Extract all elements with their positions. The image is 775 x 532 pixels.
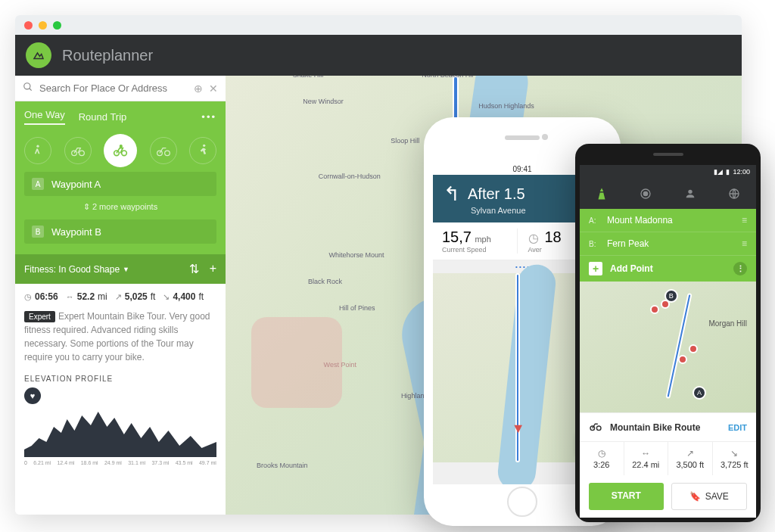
waypoint-b-label: Waypoint B — [51, 226, 101, 238]
svg-point-4 — [79, 151, 84, 156]
rstat-ascent: ↗3,500 ft — [668, 442, 713, 475]
current-speed: 15,7 mph Current Speed — [442, 229, 517, 254]
map-label: Black Rock — [308, 278, 342, 285]
map-label: Brooks Mountain — [257, 462, 308, 469]
descent-icon: ↘ — [716, 448, 754, 459]
tab-round-trip[interactable]: Round Trip — [79, 111, 127, 123]
drag-handle-icon[interactable]: ≡ — [742, 238, 747, 249]
map-label: North Beacon Hil — [422, 76, 473, 79]
svg-point-6 — [122, 151, 127, 156]
distance-icon: ↔ — [627, 448, 665, 459]
point-b-row[interactable]: B: Fern Peak ≡ — [580, 232, 756, 256]
activity-row — [24, 134, 216, 167]
tab-globe-icon[interactable] — [727, 186, 742, 201]
marker-a[interactable]: A — [693, 386, 706, 400]
stat-duration: ◷06:56 — [24, 291, 58, 302]
expert-description: ExpertExpert Mountain Bike Tour. Very go… — [24, 310, 216, 364]
rstat-descent: ↘3,725 ft — [713, 442, 757, 475]
rstat-duration: ◷3:26 — [580, 442, 624, 475]
route-stats: ◷3:26 ↔22.4 mi ↗3,500 ft ↘3,725 ft — [580, 441, 756, 475]
clock-icon: ◷ — [24, 292, 32, 302]
ascent-icon: ↗ — [115, 292, 122, 302]
waypoint-b-badge: B — [32, 226, 44, 238]
nav-arrow-icon: ▼ — [512, 421, 525, 437]
map-label: Hill of Pines — [339, 304, 375, 312]
svg-point-9 — [164, 151, 170, 156]
elevation-pin-icon[interactable]: ♥ — [24, 387, 41, 404]
tab-one-way[interactable]: One Way — [24, 109, 65, 125]
activity-hike[interactable] — [24, 137, 51, 164]
ascent-icon: ↗ — [671, 448, 709, 459]
edit-button[interactable]: EDIT — [728, 423, 747, 432]
svg-point-10 — [203, 145, 205, 147]
svg-point-15 — [688, 190, 692, 194]
clock-icon: ◷ — [583, 448, 621, 459]
add-waypoint-icon[interactable]: + — [210, 262, 216, 276]
save-button[interactable]: 🔖SAVE — [671, 483, 748, 510]
browser-titlebar — [15, 15, 742, 35]
stat-descent: ↘4,400 ft — [163, 291, 204, 302]
activity-run[interactable] — [189, 137, 216, 164]
poi-marker[interactable] — [661, 300, 670, 309]
turn-left-icon: ↰ — [444, 182, 460, 206]
android-points: A: Mount Madonna ≡ B: Fern Peak ≡ + Add … — [580, 209, 756, 282]
tab-profile-icon[interactable] — [683, 186, 698, 201]
android-status-bar: ▮◢ ▮ 12:00 — [580, 165, 756, 179]
svg-point-2 — [36, 145, 39, 148]
svg-point-0 — [24, 83, 30, 89]
swap-icon[interactable]: ⇅ — [189, 262, 199, 276]
activity-mtb[interactable] — [104, 134, 137, 167]
svg-point-8 — [157, 151, 162, 156]
elevation-chart[interactable]: ♥ 06.21 mi12.4 mi18.6 mi24.9 mi31.1 mi37… — [24, 387, 216, 456]
tab-record-icon[interactable] — [638, 186, 653, 201]
more-waypoints[interactable]: ⇕ 2 more waypoints — [24, 201, 216, 215]
bike-icon — [589, 421, 602, 434]
route-name: Mountain Bike Route — [610, 422, 700, 433]
fitness-label: Fitness: In Good Shape — [24, 264, 120, 275]
map-label: Sloop Hill — [391, 137, 419, 145]
window-maximize-dot[interactable] — [53, 21, 61, 30]
clear-search-icon[interactable]: ✕ — [209, 82, 218, 95]
nav-distance: After 1.5 — [468, 185, 525, 203]
waypoint-a[interactable]: A Waypoint A — [24, 172, 216, 196]
waypoint-a-badge: A — [32, 178, 44, 190]
poi-marker[interactable] — [650, 305, 659, 314]
start-button[interactable]: START — [589, 483, 664, 510]
map-city-label: Morgan Hill — [708, 319, 747, 328]
elevation-svg — [24, 404, 216, 457]
iphone-home-button[interactable] — [507, 487, 537, 517]
locate-icon[interactable]: ⊕ — [194, 82, 203, 95]
add-point-row[interactable]: + Add Point ⋮ — [580, 256, 756, 282]
elevation-xaxis: 06.21 mi12.4 mi18.6 mi24.9 mi31.1 mi37.3… — [24, 460, 216, 465]
activity-road-bike[interactable] — [64, 137, 92, 164]
app-header: Routeplanner — [15, 35, 742, 76]
waypoint-b[interactable]: B Waypoint B — [24, 219, 216, 244]
window-minimize-dot[interactable] — [39, 21, 47, 30]
tab-route-icon[interactable] — [594, 186, 609, 201]
stats-panel: ◷06:56 ↔52.2 mi ↗5,025 ft ↘4,400 ft Expe… — [15, 284, 226, 463]
android-map[interactable]: B A Morgan Hill — [580, 282, 756, 412]
window-close-dot[interactable] — [24, 21, 33, 30]
trip-more-icon[interactable]: ••• — [201, 111, 216, 123]
search-row: ⊕ ✕ — [15, 76, 226, 101]
activity-touring[interactable] — [150, 137, 177, 164]
chevron-down-icon: ▼ — [123, 266, 129, 273]
svg-line-1 — [30, 89, 32, 91]
svg-point-18 — [596, 426, 601, 431]
map-label: Hudson Highlands — [478, 102, 534, 110]
poi-marker[interactable] — [678, 355, 687, 364]
info-icon[interactable]: ⋮ — [733, 262, 747, 275]
waypoint-a-label: Waypoint A — [51, 179, 101, 190]
drag-handle-icon[interactable]: ≡ — [742, 215, 747, 226]
android-tabs — [580, 179, 756, 209]
map-label: Snake Hill — [293, 76, 324, 79]
app-logo[interactable] — [26, 42, 51, 68]
point-a-row[interactable]: A: Mount Madonna ≡ — [580, 209, 756, 232]
descent-icon: ↘ — [163, 292, 170, 302]
svg-point-14 — [644, 191, 648, 195]
search-input[interactable] — [39, 82, 188, 94]
android-screen: ▮◢ ▮ 12:00 A: Mount Madonna ≡ B: Fern Pe… — [580, 165, 756, 518]
poi-marker[interactable] — [689, 344, 698, 353]
stat-ascent: ↗5,025 ft — [115, 291, 156, 302]
fitness-row[interactable]: Fitness: In Good Shape ▼ ⇅ + — [15, 254, 226, 284]
